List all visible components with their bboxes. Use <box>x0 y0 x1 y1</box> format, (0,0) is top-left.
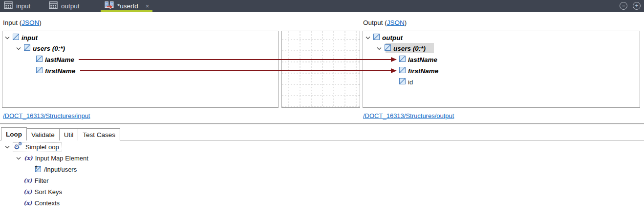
mapping-arrow-icon <box>391 57 397 62</box>
dashed-grid <box>282 31 360 107</box>
mapping-icon <box>105 1 114 11</box>
loop-node-label: Filter <box>35 177 49 184</box>
loop-node-label: Contexts <box>35 199 60 207</box>
editor-tab-bar: input output *userId × − + <box>0 0 644 12</box>
structure-icon <box>4 1 13 11</box>
active-tab-underline <box>101 10 152 12</box>
element-icon <box>399 78 406 86</box>
tab-validate[interactable]: Validate <box>26 128 60 140</box>
function-icon: (x) <box>23 177 32 184</box>
element-icon <box>13 33 19 42</box>
output-json-link[interactable]: JSON <box>387 19 405 26</box>
tree-node-lastname[interactable]: lastName <box>36 54 74 65</box>
tree-node-label: lastName <box>408 56 437 63</box>
element-icon <box>385 44 391 53</box>
function-icon: (x) <box>23 188 32 195</box>
loop-node-label: Sort Keys <box>35 188 62 196</box>
chevron-down-icon[interactable] <box>5 145 10 149</box>
tree-node-label: users (0:*) <box>33 45 65 52</box>
tree-node-lastname-out[interactable]: lastName <box>399 54 437 65</box>
mapping-grid-panel <box>281 31 360 108</box>
tree-node-label: lastName <box>45 56 74 63</box>
tab-util[interactable]: Util <box>59 128 79 140</box>
element-icon <box>373 33 380 42</box>
structure-icon <box>49 1 58 11</box>
gears-icon: ⚙ ⚙ <box>14 143 23 151</box>
element-icon <box>24 44 30 53</box>
chevron-down-icon[interactable] <box>5 36 10 40</box>
tree-node-users-selected[interactable]: users (0:*) <box>377 43 426 54</box>
element-icon <box>36 55 43 64</box>
tree-node-label: users (0:*) <box>393 45 426 52</box>
tree-node-input[interactable]: input <box>5 32 38 43</box>
tab-loop[interactable]: Loop <box>1 127 27 140</box>
chevron-down-icon[interactable] <box>365 36 370 40</box>
tree-node-output[interactable]: output <box>365 32 403 43</box>
tab-test-cases[interactable]: Test Cases <box>78 128 120 140</box>
loop-node-filter[interactable]: (x) Filter <box>23 175 49 186</box>
input-structure-link[interactable]: /DOCT_16313/Structures/input <box>3 112 90 119</box>
element-icon <box>399 66 406 75</box>
mapping-line-lastname[interactable] <box>79 59 391 60</box>
close-icon[interactable]: × <box>146 2 150 10</box>
bottom-tab-bar: Loop Validate Util Test Cases <box>1 127 120 140</box>
output-pane-header: Output (JSON) <box>363 19 407 26</box>
editor-tab-label: output <box>61 2 80 10</box>
function-icon: (x) <box>23 199 32 206</box>
tree-node-label: input <box>21 34 38 41</box>
chevron-down-icon[interactable] <box>377 47 382 50</box>
editor-tab-label: *userId <box>117 2 138 10</box>
minus-circle-icon[interactable]: − <box>620 2 627 10</box>
function-icon: (x) <box>24 155 33 161</box>
output-structure-link[interactable]: /DOCT_16313/Structures/output <box>363 112 454 119</box>
editor-tab-label: input <box>16 2 30 10</box>
loop-node-contexts[interactable]: (x) Contexts <box>23 198 60 208</box>
loop-node-input-map-element[interactable]: (x) Input Map Element <box>16 153 88 163</box>
element-icon <box>36 66 43 75</box>
tree-node-label: id <box>408 79 413 86</box>
loop-node-simpleloop[interactable]: ⚙ ⚙ SimpleLoop <box>5 141 62 152</box>
tree-node-label: output <box>382 34 403 41</box>
tree-node-firstname-out[interactable]: firstName <box>399 65 438 76</box>
tree-node-label: firstName <box>408 67 438 75</box>
horizontal-sash[interactable] <box>0 123 644 124</box>
element-ref-icon <box>34 165 42 174</box>
focused-node: ⚙ ⚙ SimpleLoop <box>13 142 62 152</box>
mapping-editor-window: input output *userId × − + Input (JSON) … <box>0 0 644 218</box>
loop-node-label: /input/users <box>44 166 77 173</box>
input-json-link[interactable]: JSON <box>21 19 39 26</box>
editor-tab-input[interactable]: input <box>4 0 30 12</box>
tree-node-id[interactable]: id <box>399 77 413 87</box>
plus-circle-icon[interactable]: + <box>633 2 641 10</box>
tree-node-users[interactable]: users (0:*) <box>16 43 65 54</box>
element-icon <box>399 55 406 64</box>
tree-node-firstname[interactable]: firstName <box>36 65 75 76</box>
loop-node-label: SimpleLoop <box>25 143 59 151</box>
chevron-down-icon[interactable] <box>16 47 21 50</box>
mapping-arrow-icon <box>391 68 397 73</box>
chevron-down-icon[interactable] <box>16 157 21 160</box>
loop-node-label: Input Map Element <box>35 155 88 162</box>
mapping-line-firstname[interactable] <box>80 70 391 71</box>
loop-node-input-users-path[interactable]: /input/users <box>34 164 77 175</box>
input-pane-header: Input (JSON) <box>3 19 42 26</box>
tree-node-label: firstName <box>45 67 75 75</box>
loop-node-sort-keys[interactable]: (x) Sort Keys <box>23 186 62 197</box>
editor-tab-output[interactable]: output <box>49 0 80 12</box>
